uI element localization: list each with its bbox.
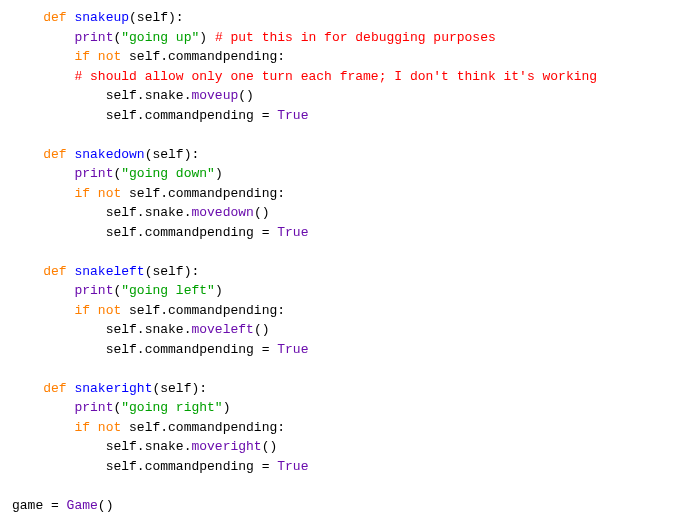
code-block: def snakeup(self): print("going up") # p…	[12, 8, 666, 519]
line: self.commandpending = True	[12, 225, 308, 240]
line: if not self.commandpending:	[12, 49, 285, 64]
line: if not self.commandpending:	[12, 420, 285, 435]
line: self.commandpending = True	[12, 342, 308, 357]
line: self.snake.moveup()	[12, 88, 254, 103]
line: if not self.commandpending:	[12, 303, 285, 318]
blank-line	[12, 244, 20, 259]
line: self.commandpending = True	[12, 108, 308, 123]
blank-line	[12, 127, 20, 142]
line: # should allow only one turn each frame;…	[12, 69, 597, 84]
blank-line	[12, 361, 20, 376]
line: self.snake.movedown()	[12, 205, 269, 220]
line: def snakeright(self):	[12, 381, 207, 396]
blank-line	[12, 478, 20, 493]
line: self.commandpending = True	[12, 459, 308, 474]
line: game = Game()	[12, 498, 113, 513]
line: print("going down")	[12, 166, 223, 181]
line: print("going left")	[12, 283, 223, 298]
line: self.snake.moveright()	[12, 439, 277, 454]
line: if not self.commandpending:	[12, 186, 285, 201]
line: def snakeup(self):	[12, 10, 184, 25]
line: print("going up") # put this in for debu…	[12, 30, 496, 45]
line: print("going right")	[12, 400, 230, 415]
line: def snakedown(self):	[12, 147, 199, 162]
line: def snakeleft(self):	[12, 264, 199, 279]
line: self.snake.moveleft()	[12, 322, 269, 337]
